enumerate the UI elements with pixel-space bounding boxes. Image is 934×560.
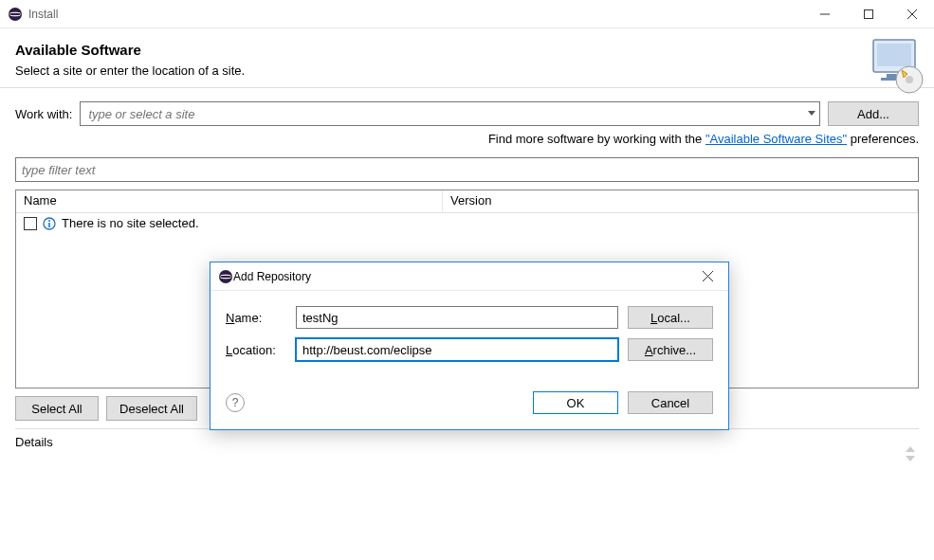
location-input[interactable] — [296, 338, 618, 361]
column-version[interactable]: Version — [443, 190, 918, 212]
details-spinner[interactable] — [906, 446, 915, 461]
svg-rect-20 — [221, 278, 230, 279]
maximize-button[interactable] — [847, 0, 890, 28]
dialog-titlebar: Add Repository — [211, 262, 728, 291]
window-title: Install — [28, 8, 58, 21]
eclipse-icon — [8, 7, 23, 22]
deselect-all-button[interactable]: Deselect All — [106, 396, 197, 421]
svg-point-17 — [219, 270, 232, 283]
name-input[interactable] — [296, 306, 618, 329]
dialog-close-button[interactable] — [687, 262, 728, 291]
svg-point-13 — [906, 76, 913, 83]
cancel-button[interactable]: Cancel — [628, 391, 713, 414]
page-title: Available Software — [15, 42, 919, 58]
window-controls — [803, 0, 934, 28]
svg-rect-16 — [48, 223, 50, 227]
name-label: Name: — [226, 311, 286, 325]
local-button[interactable]: Local... — [628, 306, 713, 329]
details-panel: Details — [15, 428, 919, 449]
help-icon[interactable]: ? — [226, 393, 245, 412]
available-sites-link[interactable]: "Available Software Sites" — [705, 132, 847, 146]
row-checkbox[interactable] — [24, 217, 37, 230]
add-site-button[interactable]: Add... — [828, 101, 919, 126]
svg-point-0 — [9, 8, 22, 21]
dialog-footer: ? OK Cancel — [211, 378, 728, 429]
header-panel: Available Software Select a site or ente… — [0, 28, 934, 88]
close-button[interactable] — [890, 0, 934, 28]
helper-text: Find more software by working with the "… — [0, 126, 934, 157]
page-subtitle: Select a site or enter the location of a… — [15, 63, 919, 78]
name-row: Name: Local... — [226, 306, 713, 329]
location-label: Location: — [226, 343, 286, 357]
table-header: Name Version — [16, 190, 918, 213]
svg-rect-3 — [10, 15, 20, 16]
table-row: There is no site selected. — [16, 213, 918, 233]
ok-button[interactable]: OK — [533, 391, 618, 414]
workwith-input[interactable] — [86, 106, 814, 122]
workwith-label: Work with: — [15, 107, 72, 121]
install-hero-icon — [866, 34, 928, 97]
archive-button[interactable]: Archive... — [628, 338, 713, 361]
svg-rect-2 — [10, 12, 20, 13]
chevron-down-icon[interactable] — [808, 111, 815, 117]
minimize-button[interactable] — [803, 0, 847, 28]
filter-input[interactable] — [15, 157, 919, 182]
svg-rect-5 — [865, 9, 873, 18]
location-row: Location: Archive... — [226, 338, 713, 361]
dialog-title: Add Repository — [233, 270, 311, 283]
info-icon — [43, 217, 56, 230]
svg-rect-9 — [877, 44, 911, 66]
svg-point-15 — [48, 220, 50, 222]
workwith-combo[interactable] — [80, 101, 820, 126]
window-titlebar: Install — [0, 0, 934, 28]
details-label: Details — [15, 435, 919, 449]
eclipse-icon — [218, 269, 233, 284]
workwith-row: Work with: Add... — [0, 88, 934, 126]
empty-message: There is no site selected. — [62, 216, 199, 230]
svg-rect-19 — [221, 275, 230, 276]
column-name[interactable]: Name — [16, 190, 443, 212]
filter-row — [0, 157, 934, 182]
select-all-button[interactable]: Select All — [15, 396, 99, 421]
add-repository-dialog: Add Repository Name: Local... Location: … — [210, 262, 729, 430]
